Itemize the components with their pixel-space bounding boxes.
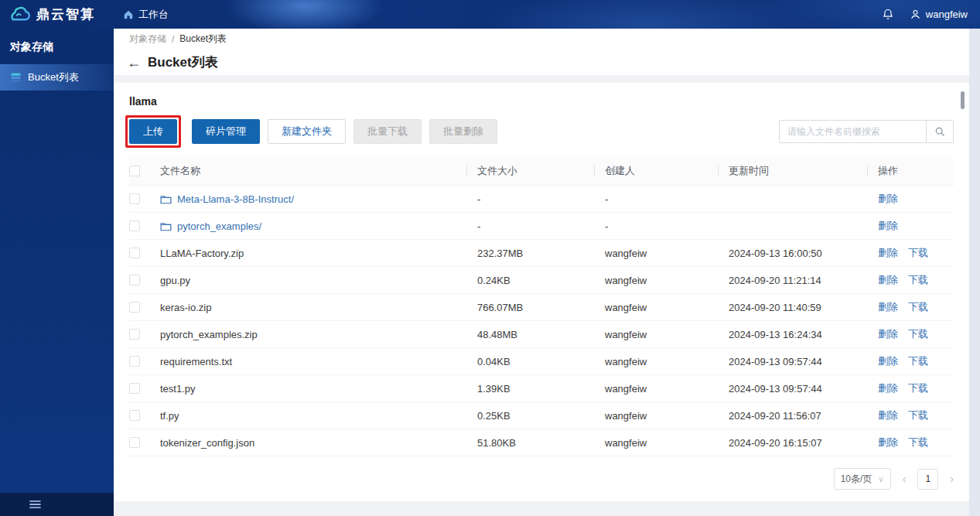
- search-icon: [934, 126, 945, 137]
- file-size: 0.24KB: [477, 275, 605, 286]
- row-checkbox[interactable]: [129, 248, 140, 258]
- file-name: tokenizer_config.json: [160, 437, 254, 449]
- file-name-cell: pytorch_examples.zip: [160, 329, 477, 340]
- file-size: 232.37MB: [477, 248, 605, 259]
- batch-download-button[interactable]: 批量下载: [353, 119, 422, 144]
- delete-link[interactable]: 删除: [878, 408, 898, 422]
- breadcrumb: 对象存储 / Bucket列表: [114, 29, 969, 50]
- file-name: requirements.txt: [160, 356, 232, 367]
- header-file-name: 文件名称: [160, 164, 477, 178]
- row-checkbox[interactable]: [129, 329, 140, 340]
- row-checkbox[interactable]: [129, 437, 140, 448]
- page-size-select[interactable]: 10条/页 ∨: [834, 468, 891, 490]
- file-name: keras-io.zip: [160, 302, 211, 313]
- table-row: Meta-Llama-3-8B-Instruct/--删除: [129, 186, 954, 213]
- file-updated: 2024-09-20 11:40:59: [729, 302, 878, 313]
- current-page-button[interactable]: 1: [917, 469, 938, 490]
- brand-logo[interactable]: 鼎云智算: [0, 5, 114, 23]
- actions-cell: 删除下载: [878, 381, 954, 395]
- folder-name-link[interactable]: Meta-Llama-3-8B-Instruct/: [177, 193, 294, 205]
- file-updated: 2024-09-13 09:57:44: [729, 383, 878, 395]
- row-checkbox[interactable]: [129, 193, 140, 204]
- download-link[interactable]: 下载: [908, 300, 928, 314]
- row-checkbox[interactable]: [129, 410, 140, 421]
- actions-cell: 删除下载: [878, 354, 954, 368]
- delete-link[interactable]: 删除: [878, 300, 898, 314]
- file-table: 文件名称 文件大小 创建人 更新时间 操作 Meta-Llama-3-8B-In…: [129, 157, 954, 456]
- file-creator: -: [605, 220, 729, 232]
- delete-link[interactable]: 删除: [878, 327, 898, 341]
- row-checkbox[interactable]: [129, 383, 140, 394]
- workspace-tab[interactable]: 工作台: [123, 8, 169, 22]
- search-input[interactable]: [779, 120, 926, 143]
- file-creator: wangfeiw: [605, 356, 729, 367]
- file-name: LLaMA-Factory.zip: [160, 248, 244, 259]
- row-checkbox[interactable]: [129, 220, 140, 231]
- download-link[interactable]: 下载: [908, 408, 928, 422]
- delete-link[interactable]: 删除: [878, 273, 898, 287]
- table-row: tf.py0.25KBwangfeiw2024-09-20 11:56:07删除…: [129, 402, 954, 429]
- download-link[interactable]: 下载: [908, 381, 928, 395]
- breadcrumb-separator: /: [172, 34, 174, 45]
- header-actions: 操作: [878, 164, 954, 178]
- actions-cell: 删除下载: [878, 300, 954, 314]
- file-name-cell: LLaMA-Factory.zip: [160, 248, 477, 259]
- delete-link[interactable]: 删除: [878, 192, 898, 206]
- file-name-cell: gpu.py: [160, 275, 477, 286]
- file-creator: wangfeiw: [605, 302, 729, 313]
- delete-link[interactable]: 删除: [878, 381, 898, 395]
- upload-button[interactable]: 上传: [129, 119, 177, 144]
- header-updated: 更新时间: [729, 164, 878, 178]
- delete-link[interactable]: 删除: [878, 436, 898, 449]
- file-updated: 2024-09-20 11:56:07: [729, 410, 878, 422]
- user-menu[interactable]: wangfeiw: [910, 9, 968, 20]
- home-icon: [123, 9, 134, 20]
- row-checkbox[interactable]: [129, 275, 140, 285]
- search-button[interactable]: [926, 120, 954, 143]
- bucket-file-card: llama 上传 碎片管理 新建文件夹 批量下载 批量删除: [114, 83, 969, 501]
- hamburger-icon: [29, 500, 41, 509]
- download-link[interactable]: 下载: [908, 246, 928, 260]
- search-group: [779, 120, 954, 143]
- row-checkbox-cell: [129, 302, 160, 313]
- pagination: 10条/页 ∨ ‹ 1 ›: [129, 468, 954, 490]
- next-page-button[interactable]: ›: [950, 473, 954, 485]
- page-scrollbar-track[interactable]: [969, 29, 980, 516]
- download-link[interactable]: 下载: [908, 436, 928, 449]
- delete-link[interactable]: 删除: [878, 219, 898, 233]
- row-checkbox[interactable]: [129, 302, 140, 313]
- row-checkbox-cell: [129, 220, 160, 231]
- sidebar-item-bucket-list[interactable]: Bucket列表: [0, 64, 114, 91]
- select-all-checkbox[interactable]: [129, 166, 140, 176]
- table-header-row: 文件名称 文件大小 创建人 更新时间 操作: [129, 157, 954, 186]
- file-updated: 2024-09-13 16:00:50: [729, 248, 878, 259]
- breadcrumb-parent[interactable]: 对象存储: [129, 32, 166, 46]
- prev-page-button[interactable]: ‹: [903, 473, 907, 485]
- folder-name-link[interactable]: pytorch_examples/: [177, 220, 261, 232]
- topbar-right: wangfeiw: [882, 8, 980, 21]
- table-row: tokenizer_config.json51.80KBwangfeiw2024…: [129, 429, 954, 456]
- file-name-cell: keras-io.zip: [160, 302, 477, 313]
- download-link[interactable]: 下载: [908, 354, 928, 368]
- table-row: gpu.py0.24KBwangfeiw2024-09-20 11:21:14删…: [129, 267, 954, 294]
- batch-delete-button[interactable]: 批量删除: [429, 119, 497, 144]
- delete-link[interactable]: 删除: [878, 246, 898, 260]
- cloud-logo-icon: [8, 6, 31, 22]
- file-updated: 2024-09-13 09:57:44: [729, 356, 878, 367]
- file-updated: 2024-09-20 11:21:14: [729, 275, 878, 286]
- card-scrollbar-thumb[interactable]: [961, 91, 965, 109]
- delete-link[interactable]: 删除: [878, 354, 898, 368]
- actions-cell: 删除下载: [878, 408, 954, 422]
- download-link[interactable]: 下载: [908, 273, 928, 287]
- sidebar-collapse-toggle[interactable]: [0, 493, 114, 516]
- notification-bell-icon[interactable]: [882, 8, 894, 21]
- file-creator: -: [605, 193, 729, 205]
- download-link[interactable]: 下载: [908, 327, 928, 341]
- file-name-cell: pytorch_examples/: [160, 220, 477, 232]
- new-folder-button[interactable]: 新建文件夹: [268, 119, 346, 144]
- title-bar: ← Bucket列表: [114, 50, 969, 75]
- fragment-manage-button[interactable]: 碎片管理: [192, 119, 260, 144]
- back-arrow-icon[interactable]: ←: [127, 56, 141, 70]
- row-checkbox[interactable]: [129, 356, 140, 367]
- header-file-size: 文件大小: [477, 164, 605, 178]
